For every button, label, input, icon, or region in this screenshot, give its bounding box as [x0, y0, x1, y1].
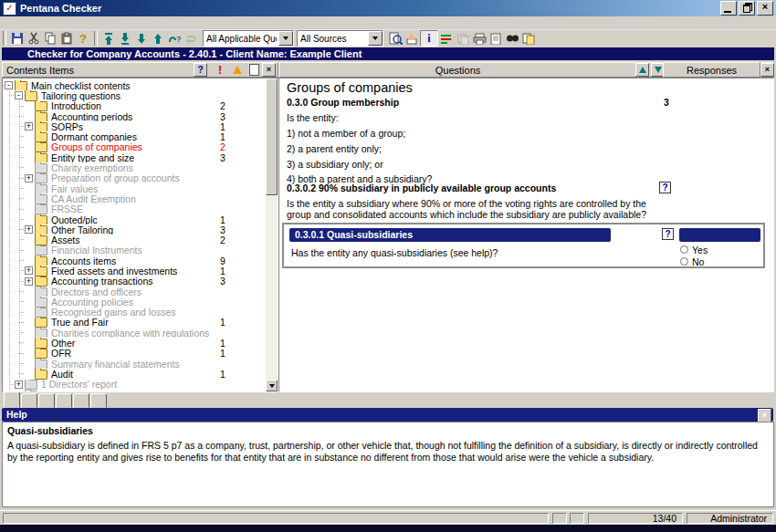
- detail-tab[interactable]: [90, 393, 107, 408]
- tree-expander[interactable]: +: [25, 225, 33, 234]
- tree-item[interactable]: Groups of companies 2: [3, 142, 266, 152]
- menu-item[interactable]: [13, 22, 26, 24]
- note-page-icon[interactable]: [249, 64, 259, 76]
- tree-item[interactable]: True and Fair 1: [3, 318, 266, 328]
- contents-help-button[interactable]: ?: [194, 63, 207, 77]
- tree-item[interactable]: Accounts items 9: [3, 256, 266, 266]
- detail-tab[interactable]: [73, 393, 89, 408]
- find-icon[interactable]: [504, 31, 520, 46]
- tree-item[interactable]: Dormant companies 1: [3, 131, 266, 141]
- alert-exclamation-icon[interactable]: !: [218, 64, 222, 77]
- tree-item[interactable]: Entity type and size 3: [3, 152, 266, 162]
- menu-item[interactable]: [26, 22, 38, 24]
- save-icon[interactable]: [9, 31, 26, 46]
- info-icon[interactable]: i: [420, 30, 438, 47]
- tree-expander[interactable]: +: [25, 174, 33, 183]
- question-help-button[interactable]: ?: [662, 228, 674, 240]
- tree-item[interactable]: + Accounting transactions 3: [3, 276, 266, 287]
- tree-item[interactable]: + Preparation of group accounts: [3, 173, 266, 183]
- tree-item-label: SORPs: [51, 121, 83, 131]
- tree-item[interactable]: Introduction 2: [3, 101, 266, 111]
- tree-item[interactable]: FRSSE: [3, 204, 266, 214]
- tree-expander[interactable]: +: [25, 122, 33, 130]
- tree-item[interactable]: + Other Tailoring 3: [3, 224, 266, 235]
- help-close-button[interactable]: ×: [758, 409, 771, 422]
- tree-item[interactable]: Financial Instruments: [3, 245, 266, 256]
- restore-button[interactable]: [739, 1, 755, 16]
- folder-icon: [35, 266, 47, 276]
- tree-item[interactable]: 1 Business activities and results: [3, 390, 266, 391]
- next-question-icon[interactable]: [133, 31, 150, 46]
- last-question-icon[interactable]: [117, 31, 133, 46]
- document-icon[interactable]: [488, 31, 504, 46]
- tree-item[interactable]: - Main checklist contents: [3, 80, 266, 90]
- response-up-button[interactable]: [635, 63, 649, 77]
- folder-icon: [35, 245, 47, 256]
- radio-option[interactable]: Yes: [680, 244, 708, 256]
- detail-tab[interactable]: [56, 393, 72, 408]
- scrollbar-thumb[interactable]: [266, 78, 278, 195]
- tree-item[interactable]: Charity exemptions: [3, 162, 266, 172]
- tree-item[interactable]: Directors and officers: [3, 287, 266, 297]
- warning-triangle-icon[interactable]: [233, 66, 242, 74]
- sources-filter-dropdown[interactable]: All Sources: [297, 30, 383, 47]
- responses-close-button[interactable]: ×: [760, 63, 774, 77]
- tree-expander[interactable]: -: [5, 81, 13, 89]
- print-icon[interactable]: [471, 31, 488, 46]
- previous-question-icon[interactable]: [150, 31, 166, 46]
- tree-expander[interactable]: -: [15, 91, 23, 99]
- menu-item[interactable]: [0, 22, 13, 24]
- tree-item[interactable]: Summary financial statements: [3, 359, 266, 369]
- radio-button-icon[interactable]: [680, 245, 688, 254]
- dropdown-arrow-icon[interactable]: [278, 31, 293, 46]
- paste-icon[interactable]: [58, 31, 75, 46]
- export-icon[interactable]: [520, 31, 537, 46]
- hand-pointer-icon[interactable]: [404, 31, 420, 46]
- cut-icon[interactable]: [26, 31, 42, 46]
- copy-icon[interactable]: [42, 31, 58, 46]
- scrollbar-down-button[interactable]: [266, 380, 278, 391]
- detail-tab[interactable]: [4, 391, 20, 408]
- detail-tab[interactable]: [38, 393, 55, 408]
- question-help-button[interactable]: ?: [659, 182, 671, 193]
- tree-item[interactable]: Accounting policies: [3, 297, 266, 307]
- next-unanswered-icon[interactable]: ?: [166, 31, 183, 46]
- contents-close-button[interactable]: ×: [262, 63, 276, 77]
- first-question-icon[interactable]: [100, 31, 117, 46]
- tree-item[interactable]: Audit 1: [3, 369, 266, 379]
- tree-item[interactable]: - Tailoring questions: [3, 90, 266, 100]
- tree-item[interactable]: + Fixed assets and investments 1: [3, 266, 266, 276]
- tree-item[interactable]: + SORPs 1: [3, 121, 266, 131]
- dropdown-arrow-icon[interactable]: [368, 31, 383, 46]
- radio-button-icon[interactable]: [680, 257, 688, 266]
- preview-icon[interactable]: [387, 31, 404, 46]
- radio-option[interactable]: No: [680, 256, 708, 267]
- tree-item[interactable]: CA Audit Exemption: [3, 193, 266, 203]
- tree-item[interactable]: + 1 Directors' report: [3, 380, 266, 390]
- tree-item[interactable]: Recognised gains and losses: [3, 308, 266, 318]
- tree-item[interactable]: Quoted/plc 1: [3, 214, 266, 224]
- tree-item[interactable]: OFR 1: [3, 349, 266, 359]
- minimize-button[interactable]: [720, 1, 737, 16]
- tree-expander[interactable]: +: [25, 266, 33, 275]
- selected-question-box[interactable]: 0.3.0.1 Quasi-subsidiaries ? Has the ent…: [282, 223, 765, 268]
- response-value-bar[interactable]: [679, 228, 760, 242]
- help-icon[interactable]: ?: [75, 31, 91, 46]
- detail-tab[interactable]: [21, 393, 37, 408]
- status-message-panel: [3, 513, 549, 524]
- tree-item-label: Quoted/plc: [51, 214, 98, 224]
- tree-expander[interactable]: +: [15, 381, 23, 389]
- tree-item[interactable]: Fair values: [3, 183, 266, 193]
- close-button[interactable]: ×: [757, 1, 773, 16]
- menu-item[interactable]: [38, 22, 51, 24]
- tree-expander[interactable]: +: [25, 277, 33, 286]
- tree-item-label: Other: [51, 338, 75, 348]
- tailoring-list-icon[interactable]: [438, 31, 455, 46]
- menu-item[interactable]: [51, 22, 64, 24]
- tree-item[interactable]: Accounting periods 3: [3, 111, 266, 121]
- questions-filter-dropdown[interactable]: All Applicable Questions: [203, 30, 294, 47]
- tree-item[interactable]: Other 1: [3, 338, 266, 348]
- contents-scrollbar[interactable]: [266, 78, 278, 391]
- tree-item[interactable]: Assets 2: [3, 235, 266, 245]
- tree-item[interactable]: Charities compliance with regulations: [3, 328, 266, 338]
